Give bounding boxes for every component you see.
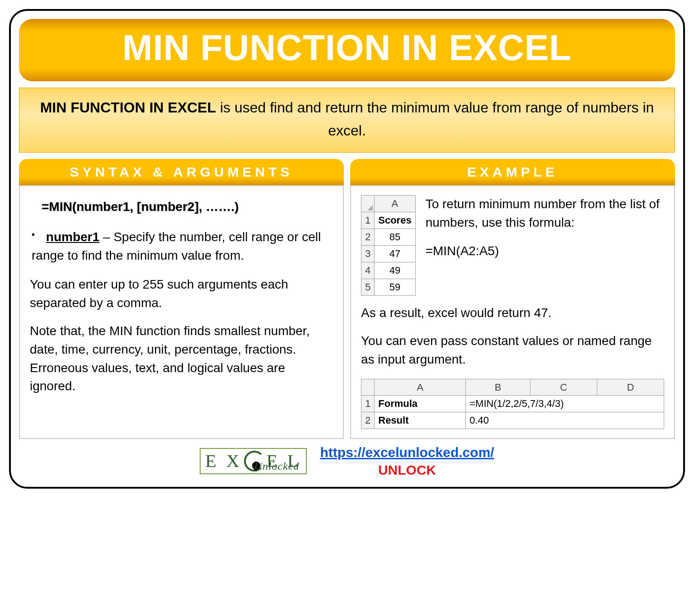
- example-formula: =MIN(A2:A5): [426, 242, 664, 261]
- source-link[interactable]: https://excelunlocked.com/: [320, 445, 494, 460]
- cell-value: 59: [375, 279, 415, 295]
- table-corner: [361, 196, 375, 212]
- example-table-formula: A B C D 1 Formula =MIN(1/2,2/5,7/3,4/3) …: [361, 379, 664, 429]
- syntax-note-1: You can enter up to 255 such arguments e…: [30, 275, 333, 312]
- row-header: 1: [361, 212, 375, 229]
- row-header: 2: [361, 229, 375, 246]
- row-header: 4: [361, 262, 375, 279]
- col-header: C: [530, 379, 597, 396]
- example-column: EXAMPLE A 1Scores 285 347 449 559: [350, 159, 675, 439]
- table-corner: [361, 379, 375, 396]
- example-body: A 1Scores 285 347 449 559 To return mini…: [350, 185, 675, 439]
- row-header: 1: [361, 396, 375, 412]
- cell-value: 85: [375, 229, 415, 246]
- cell-value: 47: [375, 246, 415, 262]
- row-header: 3: [361, 246, 375, 262]
- brand-logo: E X E L Unlocked: [200, 448, 306, 474]
- page-title: MIN FUNCTION IN EXCEL: [28, 27, 666, 69]
- footer: E X E L Unlocked https://excelunlocked.c…: [19, 443, 675, 479]
- syntax-body: =MIN(number1, [number2], …….) number1 – …: [19, 185, 344, 439]
- argument-name: number1: [46, 230, 99, 244]
- cell-value: 49: [375, 262, 415, 279]
- footer-tag: UNLOCK: [320, 461, 494, 479]
- example-result: As a result, excel would return 47.: [361, 304, 664, 322]
- cell-scores-header: Scores: [375, 212, 415, 229]
- syntax-note-2: Note that, the MIN function finds smalle…: [30, 322, 333, 395]
- infographic-card: MIN FUNCTION IN EXCEL MIN FUNCTION IN EX…: [9, 9, 685, 489]
- cell-result: 0.40: [466, 412, 664, 429]
- title-banner: MIN FUNCTION IN EXCEL: [19, 19, 675, 81]
- argument-item: number1 – Specify the number, cell range…: [32, 228, 333, 265]
- logo-text: E X: [205, 452, 242, 470]
- example-table-scores: A 1Scores 285 347 449 559: [361, 195, 416, 295]
- subtitle-text: is used find and return the minimum valu…: [216, 99, 654, 139]
- syntax-column: SYNTAX & ARGUMENTS =MIN(number1, [number…: [19, 159, 344, 439]
- col-header: B: [466, 379, 530, 396]
- cell-label: Result: [375, 412, 466, 429]
- syntax-header: SYNTAX & ARGUMENTS: [19, 159, 344, 185]
- col-header: A: [375, 379, 466, 396]
- col-header: D: [597, 379, 664, 396]
- cell-formula: =MIN(1/2,2/5,7/3,4/3): [466, 396, 664, 412]
- subtitle-box: MIN FUNCTION IN EXCEL is used find and r…: [19, 88, 675, 153]
- logo-subtext: Unlocked: [254, 460, 300, 472]
- syntax-formula: =MIN(number1, [number2], …….): [30, 195, 333, 228]
- row-header: 5: [361, 279, 375, 295]
- row-header: 2: [361, 412, 375, 429]
- col-header: A: [375, 196, 415, 212]
- subtitle-bold: MIN FUNCTION IN EXCEL: [40, 99, 216, 116]
- example-header: EXAMPLE: [350, 159, 675, 185]
- example-desc-2: You can even pass constant values or nam…: [361, 332, 664, 369]
- example-desc-1: To return minimum number from the list o…: [426, 195, 664, 232]
- cell-label: Formula: [375, 396, 466, 412]
